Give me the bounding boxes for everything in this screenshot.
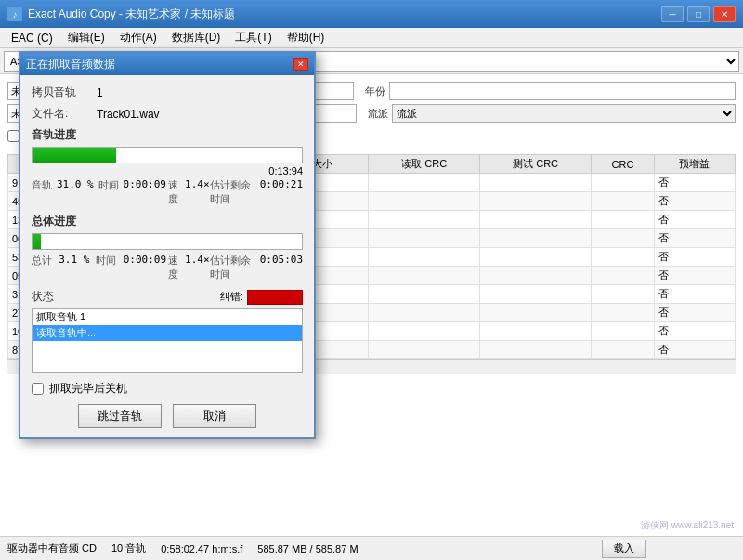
cell-pregap: 否 (654, 229, 735, 248)
filename-row: 文件名: Track01.wav (32, 106, 303, 122)
drive-status: 驱动器中有音频 CD (7, 541, 97, 555)
shutdown-checkbox[interactable] (32, 383, 44, 395)
cell-read-crc (369, 211, 480, 229)
total-progress-section: 总体进度 总计 3.1 % 时间 0:00:09 速度 1.4× 估计剩余时间 (32, 214, 303, 281)
track-eta-val: 0:00:21 (260, 178, 303, 206)
copy-track-row: 拷贝音轨 1 (32, 85, 303, 100)
status-header: 状态 纠错: (32, 289, 303, 305)
minimize-button[interactable]: ─ (661, 6, 684, 22)
load-button[interactable]: 载入 (602, 540, 646, 558)
cell-test-crc (480, 267, 592, 285)
cell-crc (592, 229, 655, 248)
cell-test-crc (480, 192, 592, 211)
cell-pregap: 否 (654, 192, 735, 211)
track-speed-label: 速度 (168, 178, 185, 206)
cell-pregap: 否 (654, 304, 735, 322)
total-progress-bar-bg (32, 233, 303, 250)
total-time-val: 0:00:09 (124, 254, 166, 281)
cell-test-crc (480, 341, 592, 359)
total-time-label: 总计 (32, 254, 52, 281)
cell-pregap: 否 (654, 174, 735, 192)
cell-crc (592, 304, 655, 322)
skip-track-button[interactable]: 跳过音轨 (78, 404, 162, 428)
track-speed-val: 1.4× (185, 178, 210, 206)
cell-test-crc (480, 174, 592, 192)
track-eta-label: 估计剩余时间 (210, 178, 260, 206)
track-time-pct: 31.0 % (57, 178, 94, 206)
status-bar: 驱动器中有音频 CD 10 音轨 0:58:02.47 h:m:s.f 585.… (0, 536, 743, 560)
cell-crc (592, 341, 655, 359)
cell-read-crc (369, 322, 480, 341)
status-title: 状态 (32, 289, 54, 305)
cell-test-crc (480, 322, 592, 341)
size-info: 585.87 MB / 585.87 M (257, 543, 358, 554)
genre-select[interactable]: 流派 (392, 104, 736, 123)
extract-dialog: 正在抓取音频数据 ✕ 拷贝音轨 1 文件名: Track01.wav 音轨进度 … (19, 51, 316, 439)
year-input[interactable] (389, 82, 736, 100)
cell-read-crc (369, 248, 480, 267)
cell-pregap: 否 (654, 267, 735, 285)
cell-pregap: 否 (654, 341, 735, 359)
menu-eac[interactable]: EAC (C) (4, 30, 60, 46)
close-button[interactable]: ✕ (713, 6, 736, 22)
maximize-button[interactable]: □ (687, 6, 710, 22)
total-speed-label: 速度 (168, 254, 185, 281)
dialog-title-bar: 正在抓取音频数据 ✕ (20, 53, 314, 75)
cell-pregap: 否 (654, 322, 735, 341)
col-crc: CRC (592, 155, 655, 174)
cell-read-crc (369, 192, 480, 211)
cell-test-crc (480, 304, 592, 322)
duration: 0:58:02.47 h:m:s.f (161, 543, 242, 554)
total-eta-val: 0:05:03 (260, 254, 303, 281)
total-progress-info: 总计 3.1 % 时间 0:00:09 速度 1.4× 估计剩余时间 0:05:… (32, 254, 303, 281)
menu-tools[interactable]: 工具(T) (228, 28, 279, 47)
track-time-key: 时间 (98, 178, 119, 206)
total-eta-label: 估计剩余时间 (210, 254, 260, 281)
track-progress-title: 音轨进度 (32, 127, 303, 143)
status-item-0: 抓取音轨 1 (33, 309, 302, 325)
shutdown-label: 抓取完毕后关机 (49, 381, 127, 397)
total-speed-val: 1.4× (185, 254, 210, 281)
track-count: 10 音轨 (111, 541, 146, 555)
app-title: Exact Audio Copy - 未知艺术家 / 未知标题 (28, 7, 235, 22)
filename-value: Track01.wav (97, 108, 160, 121)
menu-edit[interactable]: 编辑(E) (60, 28, 112, 47)
cell-test-crc (480, 248, 592, 267)
cell-crc (592, 248, 655, 267)
shutdown-row: 抓取完毕后关机 (32, 381, 303, 397)
status-listbox: 抓取音轨 1 读取音轨中... (32, 308, 303, 373)
cell-pregap: 否 (654, 285, 735, 304)
col-test-crc: 测试 CRC (480, 155, 592, 174)
track-time-val: 0:00:09 (124, 178, 166, 206)
cancel-button[interactable]: 取消 (173, 404, 256, 428)
cell-crc (592, 322, 655, 341)
cell-read-crc (369, 304, 480, 322)
total-progress-fill (33, 234, 41, 249)
col-pregap: 预增益 (654, 155, 735, 174)
menu-bar: EAC (C) 编辑(E) 动作(A) 数据库(D) 工具(T) 帮助(H) (0, 28, 743, 48)
cell-read-crc (369, 341, 480, 359)
app-icon: ♪ (7, 7, 22, 21)
error-indicator (247, 290, 303, 305)
filename-label: 文件名: (32, 106, 97, 122)
cell-pregap: 否 (654, 248, 735, 267)
error-label: 纠错: (220, 290, 243, 304)
track-total-time: 0:13:94 (32, 165, 303, 176)
cell-crc (592, 267, 655, 285)
cd-select[interactable]: CD 标题 (267, 51, 739, 72)
dialog-title: 正在抓取音频数据 (26, 57, 115, 72)
menu-database[interactable]: 数据库(D) (164, 28, 228, 47)
cell-read-crc (369, 229, 480, 248)
cell-crc (592, 285, 655, 304)
cell-test-crc (480, 211, 592, 229)
dialog-close-button[interactable]: ✕ (293, 58, 308, 71)
menu-action[interactable]: 动作(A) (112, 28, 164, 47)
cell-read-crc (369, 285, 480, 304)
track-progress-section: 音轨进度 0:13:94 音轨 31.0 % 时间 0:00:09 速度 1.4… (32, 127, 303, 206)
dialog-content: 拷贝音轨 1 文件名: Track01.wav 音轨进度 0:13:94 音轨 … (20, 75, 314, 437)
track-time-label: 音轨 (32, 178, 52, 206)
copy-label: 拷贝音轨 (32, 85, 97, 100)
copy-value: 1 (97, 86, 103, 99)
menu-help[interactable]: 帮助(H) (280, 28, 332, 47)
cell-pregap: 否 (654, 211, 735, 229)
